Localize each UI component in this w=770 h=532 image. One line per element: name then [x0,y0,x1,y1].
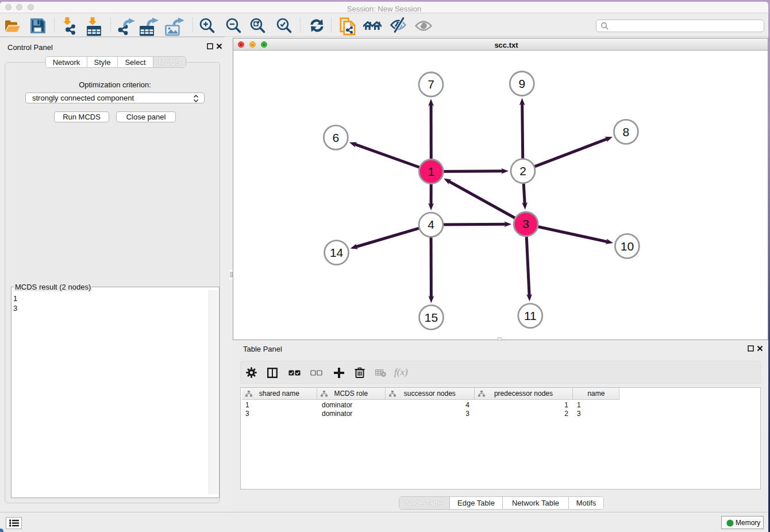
svg-text:14: 14 [330,246,344,259]
svg-text:3: 3 [522,217,529,230]
svg-text:6: 6 [333,131,340,144]
svg-text:7: 7 [428,78,434,91]
svg-text:2: 2 [519,164,526,178]
svg-text:4: 4 [428,218,434,231]
svg-text:9: 9 [518,77,525,90]
svg-text:10: 10 [621,240,634,253]
svg-text:f(x): f(x) [394,367,408,377]
svg-text:11: 11 [524,309,537,322]
svg-text:8: 8 [623,125,630,138]
svg-text:15: 15 [425,311,438,324]
svg-text:1: 1 [428,165,434,178]
